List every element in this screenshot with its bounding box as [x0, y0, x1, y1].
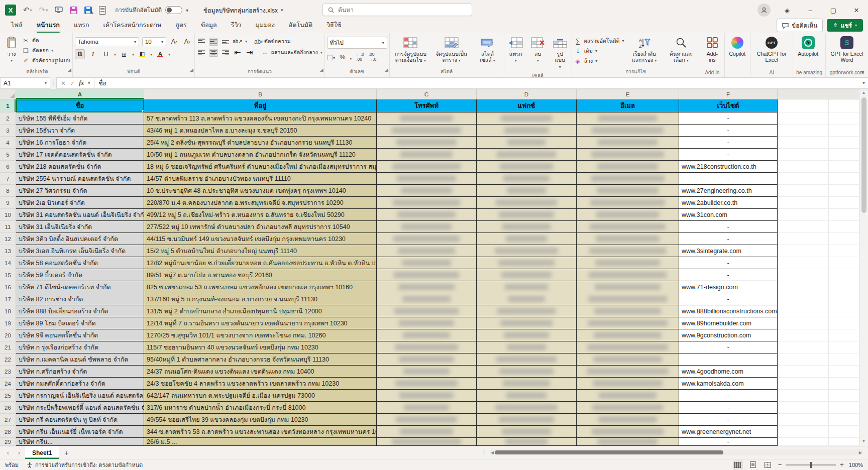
cell-company-name[interactable]: บริษัท ก.เมคคานิค แอนด์ ซัพพลาย จำกัด — [16, 354, 144, 366]
cell-address[interactable]: 115/7 ซอยรามอินทรา 40 แขวงนวลจันทร์ เขตบ… — [144, 341, 377, 354]
file-name[interactable]: ข้อมูลบริษัทกลุ่มก่อสร้าง.xlsx — [203, 6, 278, 15]
row-header-6[interactable]: 6 — [0, 161, 16, 173]
next-sheet-icon[interactable]: › — [14, 449, 24, 456]
cell-website[interactable]: www.2abuilder.co.th — [679, 197, 778, 209]
cell-website[interactable]: www.3sintegrate.com — [679, 245, 778, 257]
select-all-corner[interactable] — [0, 89, 16, 99]
cell-email-redacted[interactable] — [577, 305, 679, 317]
column-header-E[interactable]: E — [577, 89, 679, 99]
cell-company-name[interactable]: บริษัท กมลศักดิ์ดาก่อสร้าง จำกัด — [16, 378, 144, 390]
prev-sheet-icon[interactable]: ‹ — [3, 449, 13, 456]
row-header-19[interactable]: 19 — [0, 317, 16, 329]
accounting-format-icon[interactable]: ▤▾ — [327, 53, 335, 61]
autopilot-button[interactable]: ✈ Autopilot — [795, 34, 821, 59]
format-cells-button[interactable]: รูปแบบ▾ — [551, 34, 570, 71]
align-right-button[interactable] — [221, 49, 230, 57]
cell-email-redacted[interactable] — [577, 185, 679, 197]
qat-customize-icon[interactable]: ▾ — [186, 8, 188, 13]
sheet-tab-sheet1[interactable]: Sheet1 — [25, 446, 59, 459]
cell-fax-redacted[interactable] — [477, 281, 577, 293]
row-header-24[interactable]: 24 — [0, 378, 16, 390]
cell-website[interactable]: www.89homebuilder.com — [679, 317, 778, 329]
row-header-2[interactable]: 2 — [0, 112, 16, 125]
cell-fax-redacted[interactable] — [477, 390, 577, 402]
font-dialog-launcher-icon[interactable]: ◢ — [190, 67, 193, 72]
cell-phone-redacted[interactable] — [377, 329, 477, 341]
cell-address[interactable]: 10 ซ.ประชาอุทิศ 48 ถ.ประชาอุทิศ แขวงบางม… — [144, 185, 377, 197]
cell-phone-redacted[interactable] — [377, 426, 477, 438]
cell-address[interactable]: 137/160 หมู่ 5 ถ.กรุงนนท์-จงถนอม อ.บางกร… — [144, 293, 377, 305]
bold-button[interactable]: B — [75, 49, 85, 59]
row-header-15[interactable]: 15 — [0, 269, 16, 281]
header-cell-6[interactable]: เว็บไซต์ — [679, 99, 778, 112]
cell-phone-redacted[interactable] — [377, 245, 477, 257]
column-header-B[interactable]: B — [144, 89, 377, 99]
cell-phone-redacted[interactable] — [377, 281, 477, 293]
cell-fax-redacted[interactable] — [477, 341, 577, 354]
row-header-27[interactable]: 27 — [0, 414, 16, 426]
cell-company-name[interactable]: บริษัท 89 โฮม บิลเดอร์ จำกัด — [16, 317, 144, 329]
cell-phone-redacted[interactable] — [377, 112, 477, 125]
cell-email-redacted[interactable] — [577, 149, 679, 161]
cell-email-redacted[interactable] — [577, 293, 679, 305]
cell-company-name[interactable]: บริษัท ก.ศรีก่อสร้าง จำกัด — [16, 366, 144, 378]
header-cell-5[interactable]: อีเมล — [577, 99, 679, 112]
header-cell-4[interactable]: แฟกซ์ — [477, 99, 577, 112]
cell-phone-redacted[interactable] — [377, 317, 477, 329]
tab-ข้อมูล[interactable]: ข้อมูล — [195, 18, 223, 33]
cell-address[interactable]: 220/870 ม.4 ต.คลองบางปลากด อ.พระสมุทรเจด… — [144, 197, 377, 209]
row-header-7[interactable]: 7 — [0, 173, 16, 185]
cell-phone-redacted[interactable] — [377, 173, 477, 185]
cell-email-redacted[interactable] — [577, 402, 679, 414]
tab-รีวิว[interactable]: รีวิว — [225, 18, 248, 33]
zoom-slider[interactable] — [786, 464, 836, 465]
premium-gem-icon[interactable]: ◈ — [776, 0, 799, 20]
cell-company-name[interactable]: บริษัท 71 ดีไซน์-เดคคอร์เรท จำกัด — [16, 281, 144, 293]
cell-email-redacted[interactable] — [577, 438, 679, 446]
tab-สูตร[interactable]: สูตร — [169, 18, 192, 33]
cell-website[interactable]: www.31con.com — [679, 209, 778, 221]
save-as-button[interactable]: ✎ — [84, 7, 92, 14]
cell-address[interactable]: 277/522 หมู่ 10 เทพารักษ์ ตำบลบางปลา อำเ… — [144, 221, 377, 233]
cell-company-name[interactable]: บริษัท 218 คอนสตรัคชั่น จำกัด — [16, 161, 144, 173]
row-header-5[interactable]: 5 — [0, 149, 16, 161]
increase-decimal-icon[interactable]: ←.0.00 — [356, 52, 364, 62]
formula-input[interactable]: ชื่อ — [94, 77, 868, 89]
cell-address[interactable]: 825 ซ.เพชรเกษม 53 ถ.เพชรเกษม แขวงหลักสอง… — [144, 281, 377, 293]
enter-formula-icon[interactable]: ✓ — [70, 80, 75, 87]
cell-website[interactable]: - — [679, 149, 778, 161]
row-header-28[interactable]: 28 — [0, 426, 16, 438]
cell-address[interactable]: 49/554 ซอยเสรีไทย 39 แขวงคลองกุ่ม เขตบึง… — [144, 414, 377, 426]
conditional-formatting-button[interactable]: การจัดรูปแบบตามเงื่อนไข ▾ — [392, 34, 429, 65]
decrease-font-icon[interactable]: A˅ — [182, 37, 192, 47]
cell-email-redacted[interactable] — [577, 329, 679, 341]
row-header-22[interactable]: 22 — [0, 354, 16, 366]
column-header-D[interactable]: D — [477, 89, 577, 99]
insert-function-icon[interactable]: fx — [79, 79, 84, 87]
cell-website[interactable]: - — [679, 438, 778, 446]
row-header-21[interactable]: 21 — [0, 341, 16, 354]
row-header-14[interactable]: 14 — [0, 257, 16, 269]
clear-button[interactable]: ◈ล้าง▾ — [574, 57, 624, 65]
cell-website[interactable]: www.888billionsconstructions.com — [679, 305, 778, 317]
cell-fax-redacted[interactable] — [477, 414, 577, 426]
row-header-23[interactable]: 23 — [0, 366, 16, 378]
row-header-25[interactable]: 25 — [0, 390, 16, 402]
cell-fax-redacted[interactable] — [477, 366, 577, 378]
decrease-indent-icon[interactable]: ⇤ — [233, 49, 242, 57]
increase-font-icon[interactable]: A˄ — [169, 37, 179, 47]
format-as-table-button[interactable]: จัดรูปแบบเป็นตาราง ▾ — [432, 34, 470, 65]
cell-phone-redacted[interactable] — [377, 341, 477, 354]
collapse-ribbon-icon[interactable]: ▾ — [861, 69, 864, 75]
cell-fax-redacted[interactable] — [477, 354, 577, 366]
cell-address[interactable]: 317/6 มหาราช ตำบลปากน้ำ อำเภอเมืองกระบี่… — [144, 402, 377, 414]
orientation-button[interactable]: ab↗ — [233, 38, 242, 46]
cell-fax-redacted[interactable] — [477, 245, 577, 257]
insert-cells-button[interactable]: แทรก▾ — [506, 34, 525, 65]
tab-ไฟล์[interactable]: ไฟล์ — [5, 18, 29, 33]
fill-handle[interactable] — [142, 110, 144, 112]
cell-email-redacted[interactable] — [577, 173, 679, 185]
tab-เค้าโครงหน้ากระดาษ[interactable]: เค้าโครงหน้ากระดาษ — [97, 18, 168, 33]
cell-company-name[interactable]: บริษัท กรีน เอ็นเนอร์ยี่ เน็ทเวอร์ค จำกั… — [16, 426, 144, 438]
cell-company-name[interactable]: บริษัท กระบี่พร็อพเพอร์ตี้ แอนด์ คอนสตรั… — [16, 402, 144, 414]
